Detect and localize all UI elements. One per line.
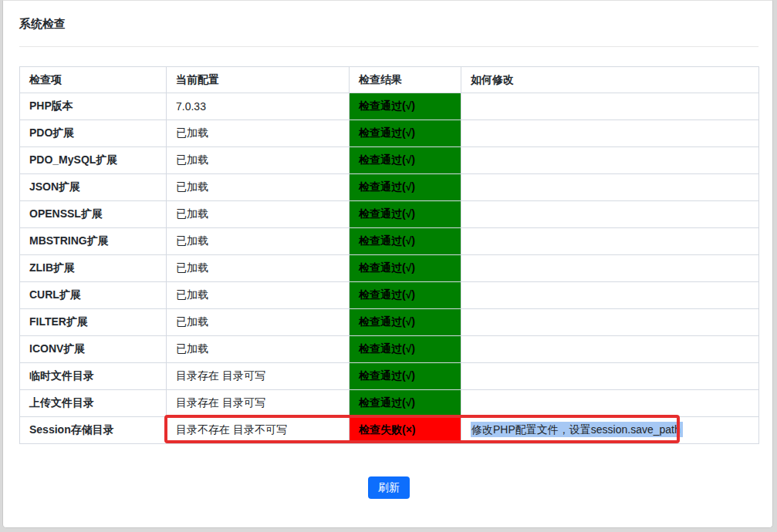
col-header-current-config: 当前配置 [167, 67, 350, 93]
page-title: 系统检查 [19, 17, 772, 31]
check-result-cell: 检查通过(√) [350, 228, 461, 255]
check-item-cell: FILTER扩展 [20, 309, 167, 336]
current-config-cell: 已加载 [167, 120, 350, 147]
table-row: PHP版本 7.0.33 检查通过(√) [20, 93, 759, 120]
check-result-cell: 检查通过(√) [350, 363, 461, 390]
system-check-table: 检查项 当前配置 检查结果 如何修改 PHP版本 7.0.33 检查通过(√) … [19, 66, 759, 444]
check-item-cell: Session存储目录 [20, 417, 167, 444]
check-result-cell: 检查通过(√) [350, 147, 461, 174]
fix-hint-cell [461, 255, 759, 282]
fix-hint-cell [461, 174, 759, 201]
check-item-cell: CURL扩展 [20, 282, 167, 309]
fix-hint-text: 修改PHP配置文件，设置session.save_path [471, 422, 683, 437]
table-row: CURL扩展 已加载 检查通过(√) [20, 282, 759, 309]
check-item-cell: ICONV扩展 [20, 336, 167, 363]
fix-hint-cell [461, 363, 759, 390]
table-row: FILTER扩展 已加载 检查通过(√) [20, 309, 759, 336]
current-config-cell: 已加载 [167, 201, 350, 228]
check-item-cell: 上传文件目录 [20, 390, 167, 417]
col-header-check-result: 检查结果 [350, 67, 461, 93]
page-content: 系统检查 检查项 当前配置 检查结果 如何修改 PHP版本 7.0.33 检查通… [3, 1, 772, 499]
check-result-cell: 检查通过(√) [350, 336, 461, 363]
table-row: MBSTRING扩展 已加载 检查通过(√) [20, 228, 759, 255]
table-row: PDO_MySQL扩展 已加载 检查通过(√) [20, 147, 759, 174]
check-result-cell: 检查通过(√) [350, 174, 461, 201]
fix-hint-cell [461, 282, 759, 309]
system-check-page: 系统检查 检查项 当前配置 检查结果 如何修改 PHP版本 7.0.33 检查通… [2, 0, 773, 528]
table-row: 上传文件目录 目录存在 目录可写 检查通过(√) [20, 390, 759, 417]
check-result-cell: 检查通过(√) [350, 201, 461, 228]
divider [19, 46, 758, 47]
current-config-cell: 目录存在 目录可写 [167, 363, 350, 390]
fix-hint-cell [461, 228, 759, 255]
check-item-cell: ZLIB扩展 [20, 255, 167, 282]
check-item-cell: OPENSSL扩展 [20, 201, 167, 228]
check-item-cell: JSON扩展 [20, 174, 167, 201]
check-item-cell: MBSTRING扩展 [20, 228, 167, 255]
fix-hint-cell [461, 93, 759, 120]
fix-hint-cell [461, 336, 759, 363]
refresh-button[interactable]: 刷新 [368, 476, 410, 499]
current-config-cell: 已加载 [167, 147, 350, 174]
check-item-cell: PHP版本 [20, 93, 167, 120]
current-config-cell: 已加载 [167, 255, 350, 282]
table-row: Session存储目录 目录不存在 目录不可写 检查失败(×) 修改PHP配置文… [20, 417, 759, 444]
table-row: ZLIB扩展 已加载 检查通过(√) [20, 255, 759, 282]
check-result-cell: 检查通过(√) [350, 390, 461, 417]
fix-hint-cell [461, 201, 759, 228]
check-item-cell: PDO_MySQL扩展 [20, 147, 167, 174]
check-item-cell: 临时文件目录 [20, 363, 167, 390]
button-row: 刷新 [19, 476, 758, 499]
check-result-cell: 检查通过(√) [350, 255, 461, 282]
fix-hint-cell: 修改PHP配置文件，设置session.save_path [461, 417, 759, 444]
fix-hint-cell [461, 390, 759, 417]
fix-hint-cell [461, 147, 759, 174]
table-row: 临时文件目录 目录存在 目录可写 检查通过(√) [20, 363, 759, 390]
table-row: JSON扩展 已加载 检查通过(√) [20, 174, 759, 201]
table-row: PDO扩展 已加载 检查通过(√) [20, 120, 759, 147]
col-header-check-item: 检查项 [20, 67, 167, 93]
current-config-cell: 7.0.33 [167, 93, 350, 120]
check-result-cell: 检查通过(√) [350, 309, 461, 336]
check-result-cell: 检查通过(√) [350, 120, 461, 147]
table-body: PHP版本 7.0.33 检查通过(√) PDO扩展 已加载 检查通过(√) P… [20, 93, 759, 444]
current-config-cell: 目录存在 目录可写 [167, 390, 350, 417]
fix-hint-cell [461, 309, 759, 336]
current-config-cell: 已加载 [167, 336, 350, 363]
table-row: OPENSSL扩展 已加载 检查通过(√) [20, 201, 759, 228]
check-result-cell: 检查通过(√) [350, 93, 461, 120]
current-config-cell: 已加载 [167, 228, 350, 255]
current-config-cell: 已加载 [167, 174, 350, 201]
check-item-cell: PDO扩展 [20, 120, 167, 147]
current-config-cell: 已加载 [167, 309, 350, 336]
current-config-cell: 目录不存在 目录不可写 [167, 417, 350, 444]
table-header: 检查项 当前配置 检查结果 如何修改 [20, 67, 759, 93]
check-result-cell: 检查通过(√) [350, 282, 461, 309]
check-result-cell: 检查失败(×) [350, 417, 461, 444]
col-header-how-to-fix: 如何修改 [461, 67, 759, 93]
table-row: ICONV扩展 已加载 检查通过(√) [20, 336, 759, 363]
fix-hint-cell [461, 120, 759, 147]
current-config-cell: 已加载 [167, 282, 350, 309]
header-row: 检查项 当前配置 检查结果 如何修改 [20, 67, 759, 93]
